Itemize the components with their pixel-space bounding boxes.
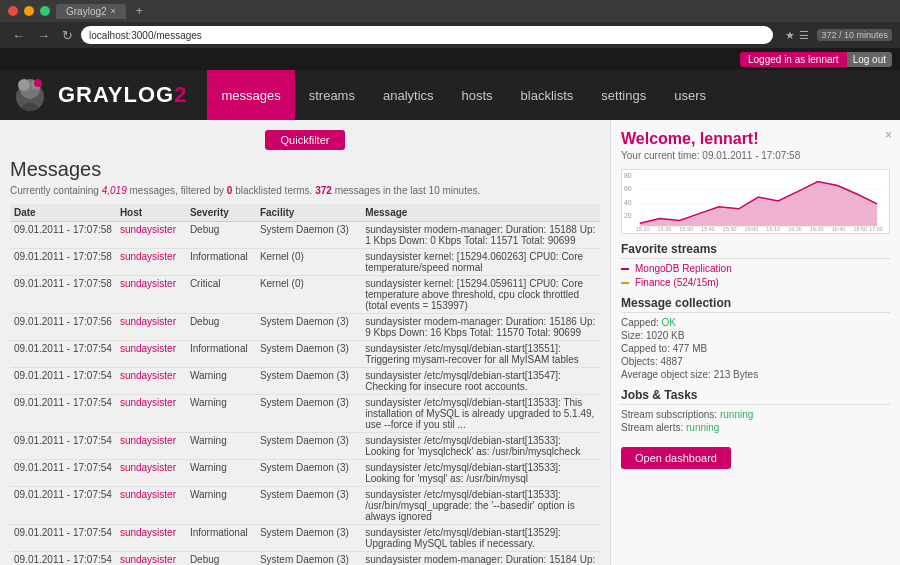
cell-severity: Warning: [186, 487, 256, 525]
cell-date: 09.01.2011 - 17:07:58: [10, 276, 116, 314]
table-row[interactable]: 09.01.2011 - 17:07:56 sundaysister Debug…: [10, 314, 600, 341]
objects-label: Objects:: [621, 356, 658, 367]
main-layout: Quickfilter Messages Currently containin…: [0, 120, 900, 565]
nav-item-messages[interactable]: messages: [207, 70, 294, 120]
table-row[interactable]: 09.01.2011 - 17:07:54 sundaysister Warni…: [10, 487, 600, 525]
table-row[interactable]: 09.01.2011 - 17:07:54 sundaysister Warni…: [10, 460, 600, 487]
message-collection-section: Message collection Capped: OK Size: 1020…: [621, 296, 890, 380]
stream-item-mongodb: MongoDB Replication: [621, 263, 890, 274]
nav-item-settings[interactable]: settings: [587, 70, 660, 120]
table-header: Date Host Severity Facility Message: [10, 204, 600, 222]
refresh-button[interactable]: ↻: [58, 26, 77, 45]
quickfilter-button[interactable]: Quickfilter: [265, 130, 346, 150]
svg-point-2: [18, 79, 30, 91]
tab-close-icon[interactable]: ×: [111, 6, 116, 16]
host-link[interactable]: sundaysister: [120, 251, 176, 262]
nav-item-blacklists[interactable]: blacklists: [507, 70, 588, 120]
cell-facility: System Daemon (3): [256, 433, 361, 460]
table-row[interactable]: 09.01.2011 - 17:07:54 sundaysister Warni…: [10, 433, 600, 460]
new-tab-icon[interactable]: +: [136, 4, 143, 18]
cell-host: sundaysister: [116, 249, 186, 276]
host-link[interactable]: sundaysister: [120, 462, 176, 473]
size-item: Size: 1020 KB: [621, 330, 890, 341]
cell-date: 09.01.2011 - 17:07:54: [10, 433, 116, 460]
welcome-title: Welcome, lennart!: [621, 130, 890, 148]
cell-host: sundaysister: [116, 341, 186, 368]
welcome-pre: Welcome,: [621, 130, 700, 147]
logo-icon: [10, 75, 50, 115]
cell-message: sundaysister modem-manager: Duration: 15…: [361, 552, 600, 566]
host-link[interactable]: sundaysister: [120, 554, 176, 565]
stream-link-mongodb[interactable]: MongoDB Replication: [635, 263, 732, 274]
host-link[interactable]: sundaysister: [120, 343, 176, 354]
star-icon[interactable]: ★: [785, 29, 795, 42]
host-link[interactable]: sundaysister: [120, 527, 176, 538]
cell-date: 09.01.2011 - 17:07:54: [10, 341, 116, 368]
host-link[interactable]: sundaysister: [120, 316, 176, 327]
stream-sub-label: Stream subscriptions:: [621, 409, 717, 420]
message-collection-title: Message collection: [621, 296, 890, 313]
capped-to-item: Capped to: 477 MB: [621, 343, 890, 354]
favorite-streams-title: Favorite streams: [621, 242, 890, 259]
cell-message: sundaysister /etc/mysql/debian-start[135…: [361, 341, 600, 368]
objects-item: Objects: 4887: [621, 356, 890, 367]
host-link[interactable]: sundaysister: [120, 224, 176, 235]
svg-text:15:40: 15:40: [701, 226, 715, 232]
stream-dot-mongodb: [621, 268, 629, 270]
stream-sub-item: Stream subscriptions: running: [621, 409, 890, 420]
sidebar-close-icon[interactable]: ×: [885, 128, 892, 142]
total-count-link[interactable]: 4,019: [102, 185, 127, 196]
cell-facility: System Daemon (3): [256, 368, 361, 395]
left-content: Quickfilter Messages Currently containin…: [0, 120, 610, 565]
forward-button[interactable]: →: [33, 26, 54, 45]
table-row[interactable]: 09.01.2011 - 17:07:54 sundaysister Warni…: [10, 368, 600, 395]
svg-text:15:50: 15:50: [723, 226, 737, 232]
browser-dot-green: [40, 6, 50, 16]
open-dashboard-button[interactable]: Open dashboard: [621, 447, 731, 469]
log-out-button[interactable]: Log out: [847, 52, 892, 67]
table-row[interactable]: 09.01.2011 - 17:07:58 sundaysister Infor…: [10, 249, 600, 276]
table-row[interactable]: 09.01.2011 - 17:07:54 sundaysister Warni…: [10, 395, 600, 433]
table-row[interactable]: 09.01.2011 - 17:07:54 sundaysister Infor…: [10, 341, 600, 368]
address-bar[interactable]: localhost:3000/messages: [81, 26, 773, 44]
cell-message: sundaysister /etc/mysql/debian-start[135…: [361, 368, 600, 395]
table-row[interactable]: 09.01.2011 - 17:07:58 sundaysister Debug…: [10, 222, 600, 249]
host-link[interactable]: sundaysister: [120, 397, 176, 408]
table-row[interactable]: 09.01.2011 - 17:07:54 sundaysister Debug…: [10, 552, 600, 566]
cell-host: sundaysister: [116, 460, 186, 487]
cell-host: sundaysister: [116, 395, 186, 433]
cell-date: 09.01.2011 - 17:07:56: [10, 314, 116, 341]
cell-severity: Warning: [186, 433, 256, 460]
stream-link-finance[interactable]: Finance (524/15m): [635, 277, 719, 288]
host-link[interactable]: sundaysister: [120, 370, 176, 381]
back-button[interactable]: ←: [8, 26, 29, 45]
table-row[interactable]: 09.01.2011 - 17:07:58 sundaysister Criti…: [10, 276, 600, 314]
cell-facility: System Daemon (3): [256, 395, 361, 433]
browser-chrome: Graylog2 × +: [0, 0, 900, 22]
cell-host: sundaysister: [116, 276, 186, 314]
nav-item-hosts[interactable]: hosts: [448, 70, 507, 120]
menu-icon[interactable]: ☰: [799, 29, 809, 42]
svg-text:15:30: 15:30: [679, 226, 693, 232]
logged-in-label: Logged in as lennart: [740, 52, 847, 67]
cell-facility: System Daemon (3): [256, 341, 361, 368]
host-link[interactable]: sundaysister: [120, 278, 176, 289]
cell-facility: System Daemon (3): [256, 460, 361, 487]
svg-point-4: [22, 103, 38, 111]
host-link[interactable]: sundaysister: [120, 435, 176, 446]
messages-subtitle: Currently containing 4,019 messages, fil…: [10, 185, 600, 196]
table-row[interactable]: 09.01.2011 - 17:07:54 sundaysister Infor…: [10, 525, 600, 552]
nav-item-streams[interactable]: streams: [295, 70, 369, 120]
nav-item-analytics[interactable]: analytics: [369, 70, 448, 120]
messages-table: Date Host Severity Facility Message 09.0…: [10, 204, 600, 565]
cell-message: sundaysister modem-manager: Duration: 15…: [361, 314, 600, 341]
browser-tab[interactable]: Graylog2 ×: [56, 4, 126, 19]
subtitle-post: messages in the last 10 minutes.: [335, 185, 481, 196]
favorite-streams-section: Favorite streams MongoDB Replication Fin…: [621, 242, 890, 288]
avg-size-label: Average object size:: [621, 369, 711, 380]
nav-item-users[interactable]: users: [660, 70, 720, 120]
cell-date: 09.01.2011 - 17:07:54: [10, 460, 116, 487]
right-sidebar: × Welcome, lennart! Your current time: 0…: [610, 120, 900, 565]
host-link[interactable]: sundaysister: [120, 489, 176, 500]
cell-facility: System Daemon (3): [256, 487, 361, 525]
